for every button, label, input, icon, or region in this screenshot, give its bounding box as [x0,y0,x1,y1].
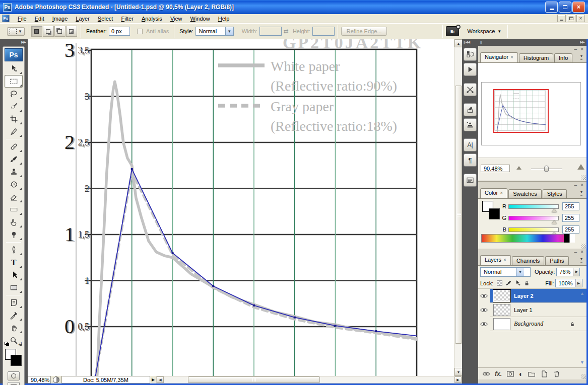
swap-dimensions-icon[interactable]: ⇄ [284,28,289,35]
black-swatch[interactable] [564,234,569,243]
pen-tool[interactable] [5,244,23,256]
swap-colors-icon[interactable]: ⇄ [18,341,22,346]
background-color-swatch[interactable] [11,355,22,366]
layer-name[interactable]: Layer 2 [514,293,586,299]
layers-tab-layers[interactable]: Layers× [480,255,511,265]
panel-close-icon[interactable]: × [580,46,583,52]
layer-style-button[interactable]: fx. [495,370,502,377]
tool-presets-panel-icon[interactable] [464,83,477,96]
panel-minimize-icon[interactable]: – [574,249,577,255]
lock-position-button[interactable] [514,279,521,287]
eraser-tool[interactable] [5,191,23,203]
zoom-out-icon[interactable] [516,166,521,170]
layer-comps-panel-icon[interactable] [464,174,477,187]
doc-minimize-button[interactable] [557,15,566,22]
character-panel-icon[interactable]: A| [464,138,477,151]
refine-edge-button[interactable]: Refine Edge... [341,27,387,36]
visibility-toggle[interactable] [478,289,490,303]
close-button[interactable]: × [572,2,585,13]
navigator-tab-histogram[interactable]: Histogram [519,53,553,62]
slice-tool[interactable] [5,125,23,138]
vertical-scrollbar[interactable]: ▲ ▼ [454,39,462,376]
doc-close-button[interactable]: × [576,15,585,22]
quick-mask-button[interactable] [8,371,20,380]
background-color-swatch[interactable] [489,208,500,219]
default-colors-icon[interactable] [5,342,10,347]
title-bar[interactable]: Ps Adobe Photoshop CS3 Extended - [Untit… [0,0,588,14]
new-selection-button[interactable] [31,26,42,37]
resize-grip[interactable] [581,175,586,180]
width-input[interactable] [259,27,282,36]
style-dropdown[interactable]: Normal ▼ [195,27,234,36]
visibility-toggle[interactable] [478,317,490,331]
opacity-field[interactable]: 76% ▶ [556,268,580,276]
layer-name[interactable]: Layer 1 [514,307,586,313]
navigator-zoom-field[interactable]: 90.48% [481,165,510,172]
brushes-panel-icon[interactable] [464,103,477,116]
color-ramp[interactable] [481,234,575,243]
scroll-up-button[interactable]: ▲ [454,39,463,47]
doc-restore-button[interactable] [567,15,575,22]
slider-knob[interactable] [544,166,549,172]
actions-panel-icon[interactable] [464,63,477,76]
navigator-tab-navigator[interactable]: Navigator× [480,52,518,62]
status-flyout-button[interactable]: ▶ [150,376,156,383]
subtract-from-selection-button[interactable] [54,26,66,37]
list-scroll-up-icon[interactable]: ▲ [580,291,585,296]
navigator-preview[interactable] [478,63,586,158]
document-canvas[interactable]: GP2T0JA2TTK332211003,53,5332,52,5221,51,… [28,39,454,376]
r-value-input[interactable]: 255 [562,202,579,210]
navigator-zoom-slider[interactable] [531,169,562,170]
add-to-selection-button[interactable] [43,26,54,37]
screen-mode-button[interactable] [8,382,20,385]
go-to-bridge-button[interactable]: Br [446,26,459,36]
panel-flyout-menu-icon[interactable]: ▾≡ [578,258,585,264]
white-swatch[interactable] [569,234,575,243]
type-tool[interactable]: T [5,256,23,269]
eyedropper-tool[interactable] [5,309,23,322]
smudge-tool[interactable] [5,216,23,228]
antialias-checkbox[interactable] [137,29,143,34]
restore-button[interactable] [559,2,571,13]
panel-close-icon[interactable]: × [580,182,583,188]
b-slider[interactable] [508,227,559,232]
close-tab-icon[interactable]: × [503,257,506,263]
clone-source-panel-icon[interactable] [464,118,477,131]
panel-close-icon[interactable]: × [580,249,583,255]
layer-mask-icon[interactable] [506,370,514,378]
panel-flyout-menu-icon[interactable]: ▾≡ [578,191,585,197]
expand-panels-button[interactable]: ▶▶ [580,40,584,45]
menu-select[interactable]: Select [94,15,117,23]
hand-tool[interactable] [5,322,23,334]
vertical-scroll-thumb[interactable] [455,86,462,344]
visibility-toggle[interactable] [478,303,490,317]
intersect-selection-button[interactable] [66,26,77,37]
menu-help[interactable]: Help [214,15,234,23]
layers-tab-paths[interactable]: Paths [545,256,568,265]
color-tab-swatches[interactable]: Swatches [508,189,542,198]
slider-thumb[interactable] [552,220,557,224]
scroll-down-button[interactable]: ▼ [454,368,463,376]
lasso-tool[interactable] [5,88,23,100]
brush-tool[interactable] [5,153,23,166]
workspace-dropdown[interactable]: Workspace ▼ [464,27,504,35]
slider-thumb[interactable] [552,209,557,212]
b-value-input[interactable]: 255 [562,225,579,234]
flyout-arrow-icon[interactable]: ▶ [573,268,579,276]
path-selection-tool[interactable] [5,269,23,281]
color-tab-styles[interactable]: Styles [543,189,567,198]
scroll-left-button[interactable]: ◀ [157,376,164,383]
gradient-tool[interactable] [5,203,23,216]
menu-window[interactable]: Window [186,15,214,23]
adjustment-layer-icon[interactable]: ◐ [519,370,523,378]
menu-file[interactable]: File [14,15,31,23]
lock-transparency-button[interactable] [496,279,503,287]
fill-field[interactable]: 100% ▶ [555,279,582,287]
close-tab-icon[interactable]: × [510,54,513,60]
panel-dock-header[interactable]: |||▶▶ [478,39,586,46]
layer-row-background[interactable]: Background [478,317,586,331]
menu-layer[interactable]: Layer [72,15,94,23]
shape-tool[interactable] [5,281,23,294]
feather-input[interactable]: 0 px [109,27,130,36]
close-tab-icon[interactable]: × [500,190,503,196]
